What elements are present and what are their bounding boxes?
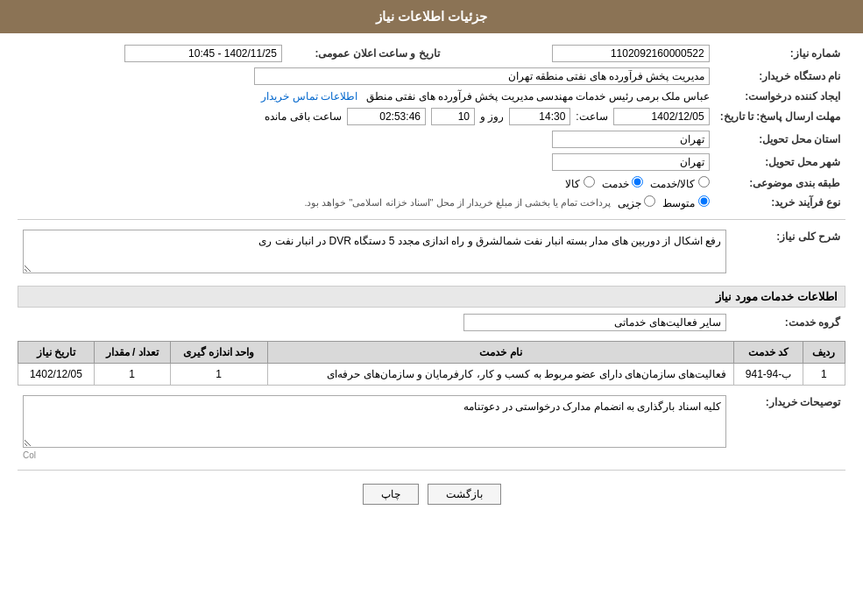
- buyer-label: نام دستگاه خریدار:: [715, 65, 845, 88]
- deadline-days-label: روز و: [480, 110, 504, 123]
- announcement-label: تاریخ و ساعت اعلان عمومی:: [287, 42, 445, 65]
- process-note: پرداخت تمام یا بخشی از مبلغ خریدار از مح…: [304, 197, 611, 209]
- creator-label: ایجاد کننده درخواست:: [715, 88, 845, 105]
- back-button[interactable]: بازگشت: [428, 484, 501, 505]
- service-group-input[interactable]: [463, 314, 726, 331]
- creator-link[interactable]: اطلاعات تماس خریدار: [261, 90, 357, 103]
- buyer-input[interactable]: [254, 67, 710, 85]
- category-option-1[interactable]: کالا: [565, 176, 594, 190]
- province-label: استان محل تحویل:: [715, 128, 845, 151]
- buyer-notes-label: توصیحات خریدار:: [732, 393, 845, 463]
- table-row: مهلت ارسال پاسخ: تا تاریخ: ساعت: روز و س…: [18, 105, 845, 128]
- need-number-label: شماره نیاز:: [715, 42, 845, 65]
- table-row: شماره نیاز: تاریخ و ساعت اعلان عمومی:: [18, 42, 845, 65]
- deadline-label: مهلت ارسال پاسخ: تا تاریخ:: [715, 105, 845, 128]
- main-content: شماره نیاز: تاریخ و ساعت اعلان عمومی: نا…: [0, 33, 863, 522]
- page-title: جزئیات اطلاعات نیاز: [376, 9, 487, 24]
- deadline-time-input[interactable]: [509, 108, 570, 125]
- province-input[interactable]: [552, 131, 710, 148]
- services-table-header: ردیف کد خدمت نام خدمت واحد اندازه گیری ت…: [18, 342, 845, 364]
- col-header-row: ردیف: [803, 342, 845, 364]
- need-number-input[interactable]: [552, 45, 710, 62]
- col-header-code: کد خدمت: [734, 342, 803, 364]
- services-section-title: اطلاعات خدمات مورد نیاز: [18, 286, 845, 308]
- deadline-date-input[interactable]: [613, 108, 710, 125]
- page-wrapper: جزئیات اطلاعات نیاز شماره نیاز: تاریخ و …: [0, 0, 863, 616]
- need-desc-label: شرح کلی نیاز:: [732, 227, 845, 279]
- city-label: شهر محل تحویل:: [715, 151, 845, 173]
- service-group-label: گروه خدمت:: [732, 311, 845, 334]
- col-header-name: نام خدمت: [267, 342, 734, 364]
- table-row: نوع فرآیند خرید: متوسط جزیی: [18, 193, 845, 212]
- row-unit: 1: [170, 364, 267, 386]
- info-table: شماره نیاز: تاریخ و ساعت اعلان عمومی: نا…: [18, 42, 845, 212]
- buyer-notes-table: توصیحات خریدار: Col: [18, 393, 845, 463]
- col-indicator: Col: [23, 450, 726, 460]
- creator-value: عباس ملک برمی رئیس خدمات مهندسی مدیریت پ…: [366, 90, 710, 103]
- services-table: ردیف کد خدمت نام خدمت واحد اندازه گیری ت…: [18, 341, 845, 386]
- buyer-notes-textarea[interactable]: [23, 395, 726, 448]
- table-row: گروه خدمت:: [18, 311, 845, 334]
- deadline-time-label: ساعت:: [576, 110, 607, 123]
- row-number: 1: [803, 364, 845, 386]
- button-bar: بازگشت چاپ: [18, 484, 845, 505]
- page-header: جزئیات اطلاعات نیاز: [0, 0, 863, 33]
- city-input[interactable]: [552, 153, 710, 171]
- table-row: استان محل تحویل:: [18, 128, 845, 151]
- print-button[interactable]: چاپ: [363, 484, 419, 505]
- row-date: 1402/12/05: [18, 364, 95, 386]
- need-desc-table: شرح کلی نیاز:: [18, 227, 845, 279]
- table-row: شرح کلی نیاز:: [18, 227, 845, 279]
- col-header-date: تاریخ نیاز: [18, 342, 95, 364]
- table-row: توصیحات خریدار: Col: [18, 393, 845, 463]
- process-label: نوع فرآیند خرید:: [715, 193, 845, 212]
- process-option-2[interactable]: متوسط: [662, 195, 709, 209]
- table-row: نام دستگاه خریدار:: [18, 65, 845, 88]
- row-quantity: 1: [94, 364, 170, 386]
- header-row: ردیف کد خدمت نام خدمت واحد اندازه گیری ت…: [18, 342, 845, 364]
- row-name: فعالیت‌های سازمان‌های دارای عضو مربوط به…: [267, 364, 734, 386]
- table-row: شهر محل تحویل:: [18, 151, 845, 173]
- category-option-2[interactable]: خدمت: [602, 176, 643, 190]
- table-row: 1 ب-94-941 فعالیت‌های سازمان‌های دارای ع…: [18, 364, 845, 386]
- divider-2: [18, 470, 845, 471]
- category-option-3[interactable]: کالا/خدمت: [650, 176, 710, 190]
- service-group-table: گروه خدمت:: [18, 311, 845, 334]
- deadline-days-input[interactable]: [431, 108, 475, 125]
- countdown-input[interactable]: [347, 108, 426, 125]
- announcement-input[interactable]: [124, 45, 282, 62]
- process-option-1[interactable]: جزیی: [618, 195, 655, 209]
- need-desc-textarea[interactable]: [23, 230, 726, 273]
- row-code: ب-94-941: [734, 364, 803, 386]
- services-table-body: 1 ب-94-941 فعالیت‌های سازمان‌های دارای ع…: [18, 364, 845, 386]
- table-row: ایجاد کننده درخواست: عباس ملک برمی رئیس …: [18, 88, 845, 105]
- col-header-qty: تعداد / مقدار: [94, 342, 170, 364]
- countdown-label: ساعت باقی مانده: [265, 110, 342, 123]
- col-header-unit: واحد اندازه گیری: [170, 342, 267, 364]
- category-label: طبقه بندی موضوعی:: [715, 173, 845, 193]
- divider-1: [18, 219, 845, 220]
- table-row: طبقه بندی موضوعی: کالا/خدمت خدمت: [18, 173, 845, 193]
